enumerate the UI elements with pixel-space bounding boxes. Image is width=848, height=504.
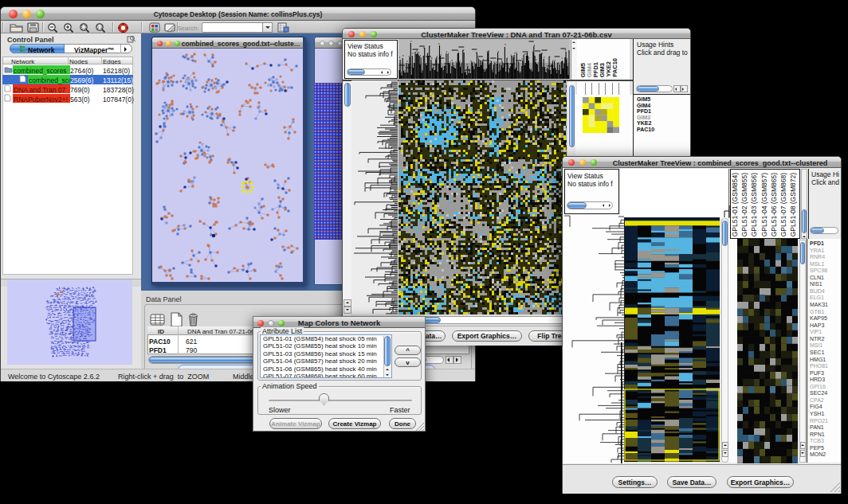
svg-text:1:1: 1:1 [97, 25, 103, 29]
